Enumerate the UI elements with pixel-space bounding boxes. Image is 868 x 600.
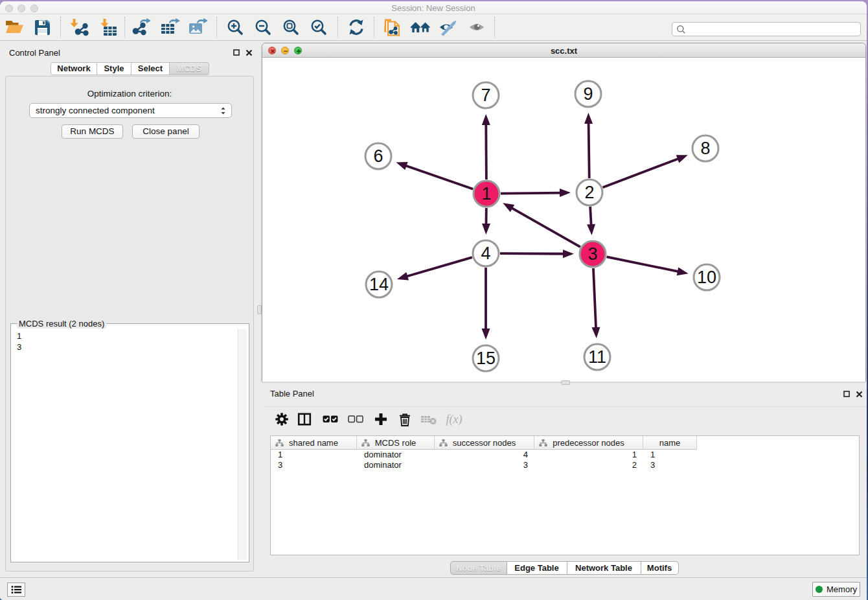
export-network-icon[interactable] xyxy=(131,16,153,38)
network-window-title: scc.txt xyxy=(262,46,865,56)
result-scrollbar[interactable] xyxy=(238,329,247,560)
edge-1-7[interactable] xyxy=(486,122,486,179)
edge-1-2[interactable] xyxy=(501,193,562,194)
column-header-shared-name[interactable]: shared name xyxy=(271,436,357,450)
edge-arrowhead xyxy=(503,203,514,212)
float-table-panel-icon[interactable] xyxy=(843,390,851,398)
zoom-selected-icon[interactable] xyxy=(308,16,330,38)
table-cell[interactable]: 2 xyxy=(534,460,643,470)
gear-icon[interactable] xyxy=(271,408,293,430)
horizontal-splitter-grip[interactable] xyxy=(561,380,570,385)
table-panel-title: Table Panel xyxy=(270,389,314,398)
close-panel-icon[interactable] xyxy=(245,49,253,56)
table-cell[interactable]: 4 xyxy=(435,450,534,460)
table-cell[interactable]: 3 xyxy=(435,460,534,470)
table-row[interactable]: 1dominator411 xyxy=(271,450,697,460)
table-header: shared nameMCDS rolesuccessor nodesprede… xyxy=(271,436,697,450)
column-header-successor-nodes[interactable]: successor nodes xyxy=(435,436,534,450)
table-cell[interactable]: dominator xyxy=(357,460,435,470)
delete-table-icon[interactable] xyxy=(418,408,440,430)
edge-3-10[interactable] xyxy=(607,257,680,271)
search-input[interactable] xyxy=(686,23,860,35)
tab-network-table[interactable]: Network Table xyxy=(567,561,641,575)
add-icon[interactable] xyxy=(370,408,392,430)
export-image-icon[interactable] xyxy=(187,16,209,38)
mcds-result-title: MCDS result (2 nodes) xyxy=(17,319,106,329)
show-all-icon[interactable] xyxy=(409,16,431,38)
table-cell[interactable]: 1 xyxy=(534,450,643,460)
node-label-8: 8 xyxy=(700,139,710,158)
zoom-in-icon[interactable] xyxy=(224,16,246,38)
function-builder-icon[interactable]: f(x) xyxy=(443,408,465,430)
float-panel-icon[interactable] xyxy=(233,49,240,56)
node-label-9: 9 xyxy=(583,84,593,104)
task-history-button[interactable] xyxy=(7,583,25,597)
list-icon xyxy=(11,585,21,594)
chevron-updown-icon xyxy=(220,106,226,115)
table-cell[interactable]: 1 xyxy=(271,450,357,460)
column-label: successor nodes xyxy=(453,438,516,448)
mcds-result-text[interactable]: 1 3 xyxy=(13,329,238,560)
columns-icon[interactable] xyxy=(293,408,315,430)
table-cell[interactable]: dominator xyxy=(357,450,435,460)
column-header-name[interactable]: name xyxy=(643,436,697,450)
table-cell[interactable]: 3 xyxy=(643,460,697,470)
import-table-icon[interactable] xyxy=(97,16,119,38)
zoom-fit-icon[interactable] xyxy=(280,16,302,38)
delete-icon[interactable] xyxy=(394,408,416,430)
criterion-dropdown[interactable]: strongly connected component xyxy=(29,103,232,118)
tab-select[interactable]: Select xyxy=(131,62,170,75)
edge-2-9[interactable] xyxy=(589,121,589,178)
edge-arrowhead xyxy=(584,113,593,124)
import-network-icon[interactable] xyxy=(69,16,91,38)
deselect-all-icon[interactable] xyxy=(345,408,367,430)
node-label-2: 2 xyxy=(584,183,594,202)
table-row[interactable]: 3dominator323 xyxy=(271,460,697,470)
close-panel-button[interactable]: Close panel xyxy=(132,124,200,139)
edge-2-8[interactable] xyxy=(603,158,680,187)
toolbar-separator xyxy=(60,17,61,38)
tab-motifs[interactable]: Motifs xyxy=(641,561,679,575)
edge-4-14[interactable] xyxy=(405,257,472,277)
table-toolbar: f(x) xyxy=(262,406,867,431)
export-table-icon[interactable] xyxy=(159,16,181,38)
table-cell[interactable]: 1 xyxy=(643,450,697,460)
edge-arrowhead xyxy=(482,114,490,125)
tab-edge-table[interactable]: Edge Table xyxy=(507,561,567,575)
memory-button[interactable]: Memory xyxy=(812,582,860,597)
network-window-titlebar[interactable]: scc.txt xyxy=(262,43,865,58)
vertical-splitter-grip[interactable] xyxy=(257,305,262,314)
network-canvas[interactable]: 7968124314101511 xyxy=(262,58,865,382)
edge-1-6[interactable] xyxy=(404,165,474,189)
tab-node-table[interactable]: Node Table xyxy=(450,561,507,575)
edge-arrowhead xyxy=(591,327,600,338)
column-label: predecessor nodes xyxy=(553,438,624,448)
edge-3-11[interactable] xyxy=(593,268,596,330)
shared-column-icon xyxy=(539,439,547,447)
zoom-out-icon[interactable] xyxy=(252,16,274,38)
column-header-MCDS-role[interactable]: MCDS role xyxy=(357,436,435,450)
hide-selected-icon[interactable] xyxy=(437,16,459,38)
network-graph[interactable]: 7968124314101511 xyxy=(262,58,865,382)
edge-4-3[interactable] xyxy=(500,253,565,254)
window-title: Session: New Session xyxy=(0,3,867,13)
table-panel-tabs: Node TableEdge TableNetwork TableMotifs xyxy=(262,561,867,575)
table-cell[interactable]: 3 xyxy=(271,460,357,470)
shared-column-icon xyxy=(275,439,284,447)
show-selected-icon[interactable] xyxy=(466,16,488,38)
column-header-predecessor-nodes[interactable]: predecessor nodes xyxy=(534,436,643,450)
save-session-icon[interactable] xyxy=(31,16,53,38)
edge-2-3[interactable] xyxy=(590,207,591,227)
refresh-icon[interactable] xyxy=(345,16,367,38)
optimization-label: Optimization criterion: xyxy=(6,89,253,98)
search-field[interactable] xyxy=(672,22,861,36)
select-all-icon[interactable] xyxy=(319,408,341,430)
close-table-panel-icon[interactable] xyxy=(855,390,863,398)
tab-mcds[interactable]: MCDS xyxy=(170,62,209,75)
tab-network[interactable]: Network xyxy=(51,62,97,75)
open-session-icon[interactable] xyxy=(3,16,25,38)
tab-style[interactable]: Style xyxy=(97,62,131,75)
edge-3-1[interactable] xyxy=(510,207,580,247)
clone-network-icon[interactable] xyxy=(381,16,403,38)
run-mcds-button[interactable]: Run MCDS xyxy=(62,124,123,139)
